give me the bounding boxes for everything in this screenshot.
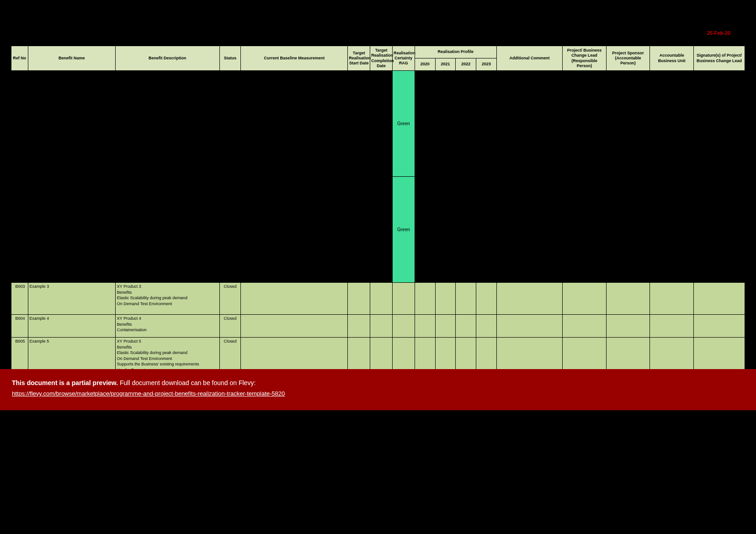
col-2020: 2020 bbox=[415, 58, 435, 71]
col-2022: 2022 bbox=[456, 58, 476, 71]
cell-comment bbox=[496, 315, 562, 338]
cell-rag bbox=[392, 315, 415, 338]
col-status: Status bbox=[219, 46, 241, 71]
cell-baseline bbox=[241, 315, 348, 338]
cell-rag: Green bbox=[392, 71, 415, 177]
cell-tgt_comp bbox=[370, 283, 393, 315]
cell-desc: XY Product 3 Benefits Elastic Scalabilit… bbox=[115, 283, 219, 315]
col-lead: Project/ Business Change Lead (Responsib… bbox=[563, 46, 607, 71]
cell-lead bbox=[563, 71, 607, 177]
cell-ref: B004 bbox=[11, 315, 28, 338]
preview-banner: This document is a partial preview. Full… bbox=[0, 369, 756, 410]
cell-name: Example 3 bbox=[28, 283, 115, 315]
cell-sig bbox=[694, 177, 745, 283]
cell-lead bbox=[563, 177, 607, 283]
col-baseline: Current Baseline Measurement bbox=[241, 46, 348, 71]
cell-y2022 bbox=[456, 283, 476, 315]
cell-ref bbox=[11, 71, 28, 177]
cell-comment bbox=[496, 71, 562, 177]
cell-y2022 bbox=[456, 315, 476, 338]
cell-tgt_start bbox=[348, 315, 370, 338]
cell-y2021 bbox=[435, 315, 456, 338]
cell-y2020 bbox=[415, 71, 435, 177]
cell-ref: B003 bbox=[11, 283, 28, 315]
table-row: B003Example 3XY Product 3 Benefits Elast… bbox=[11, 283, 745, 315]
col-profile-group: Realisation Profile bbox=[415, 46, 496, 58]
cell-sponsor bbox=[606, 283, 650, 315]
cell-lead bbox=[563, 283, 607, 315]
cell-rag bbox=[392, 283, 415, 315]
cell-baseline bbox=[241, 177, 348, 283]
cell-status bbox=[219, 177, 241, 283]
col-2021: 2021 bbox=[435, 58, 456, 71]
col-sponsor: Project Sponsor (Accountable Person) bbox=[606, 46, 650, 71]
table-row: B004Example 4XY Product 4 Benefits Conta… bbox=[11, 315, 745, 338]
cell-y2023 bbox=[476, 177, 497, 283]
banner-link[interactable]: https://flevy.com/browse/marketplace/pro… bbox=[12, 390, 285, 397]
date-stamp: 25-Feb-20 bbox=[707, 30, 730, 36]
cell-lead bbox=[563, 315, 607, 338]
cell-name bbox=[28, 177, 115, 283]
cell-sig bbox=[694, 71, 745, 177]
col-desc: Benefit Description bbox=[115, 46, 219, 71]
cell-bu bbox=[650, 71, 694, 177]
cell-y2022 bbox=[456, 71, 476, 177]
cell-y2021 bbox=[435, 283, 456, 315]
col-tgt-comp: Target Realisation Completion Date bbox=[370, 46, 393, 71]
cell-y2020 bbox=[415, 315, 435, 338]
cell-tgt_start bbox=[348, 283, 370, 315]
cell-baseline bbox=[241, 283, 348, 315]
table-header: Ref No Benefit Name Benefit Description … bbox=[11, 46, 745, 71]
col-name: Benefit Name bbox=[28, 46, 115, 71]
benefits-table: Ref No Benefit Name Benefit Description … bbox=[11, 46, 745, 377]
cell-comment bbox=[496, 283, 562, 315]
banner-bold: This document is a partial preview. bbox=[12, 379, 118, 386]
cell-baseline bbox=[241, 71, 348, 177]
cell-y2022 bbox=[456, 177, 476, 283]
col-ref: Ref No bbox=[11, 46, 28, 71]
cell-name: Example 4 bbox=[28, 315, 115, 338]
cell-name bbox=[28, 71, 115, 177]
col-tgt-start: Target Realisation Start Date bbox=[348, 46, 370, 71]
cell-desc bbox=[115, 71, 219, 177]
col-sig: Signature(s) of Project/ Business Change… bbox=[694, 46, 745, 71]
cell-status: Closed bbox=[219, 315, 241, 338]
cell-bu bbox=[650, 283, 694, 315]
cell-bu bbox=[650, 177, 694, 283]
cell-bu bbox=[650, 315, 694, 338]
document-page: 25-Feb-20 Ref No Benefit Name Benefit De… bbox=[0, 0, 756, 534]
cell-y2023 bbox=[476, 315, 497, 338]
col-2023: 2023 bbox=[476, 58, 497, 71]
banner-text: This document is a partial preview. Full… bbox=[12, 379, 744, 386]
cell-status: Closed bbox=[219, 283, 241, 315]
cell-ref bbox=[11, 177, 28, 283]
cell-tgt_start bbox=[348, 71, 370, 177]
cell-desc: XY Product 4 Benefits Containerisation bbox=[115, 315, 219, 338]
col-rag: Realisation Certainty RAG bbox=[392, 46, 415, 71]
cell-sig bbox=[694, 315, 745, 338]
cell-y2023 bbox=[476, 71, 497, 177]
cell-desc bbox=[115, 177, 219, 283]
cell-sponsor bbox=[606, 315, 650, 338]
cell-tgt_start bbox=[348, 177, 370, 283]
cell-tgt_comp bbox=[370, 177, 393, 283]
table-body: GreenGreenB003Example 3XY Product 3 Bene… bbox=[11, 71, 745, 377]
cell-sponsor bbox=[606, 177, 650, 283]
cell-sponsor bbox=[606, 71, 650, 177]
cell-comment bbox=[496, 177, 562, 283]
cell-tgt_comp bbox=[370, 71, 393, 177]
table-row: Green bbox=[11, 71, 745, 177]
cell-y2021 bbox=[435, 177, 456, 283]
cell-rag: Green bbox=[392, 177, 415, 283]
cell-y2023 bbox=[476, 283, 497, 315]
cell-y2021 bbox=[435, 71, 456, 177]
table-row: Green bbox=[11, 177, 745, 283]
col-comment: Additional Comment bbox=[496, 46, 562, 71]
cell-tgt_comp bbox=[370, 315, 393, 338]
cell-y2020 bbox=[415, 283, 435, 315]
banner-rest: Full document download can be found on F… bbox=[118, 379, 256, 386]
cell-y2020 bbox=[415, 177, 435, 283]
cell-sig bbox=[694, 283, 745, 315]
col-bu: Accountable Business Unit bbox=[650, 46, 694, 71]
cell-status bbox=[219, 71, 241, 177]
